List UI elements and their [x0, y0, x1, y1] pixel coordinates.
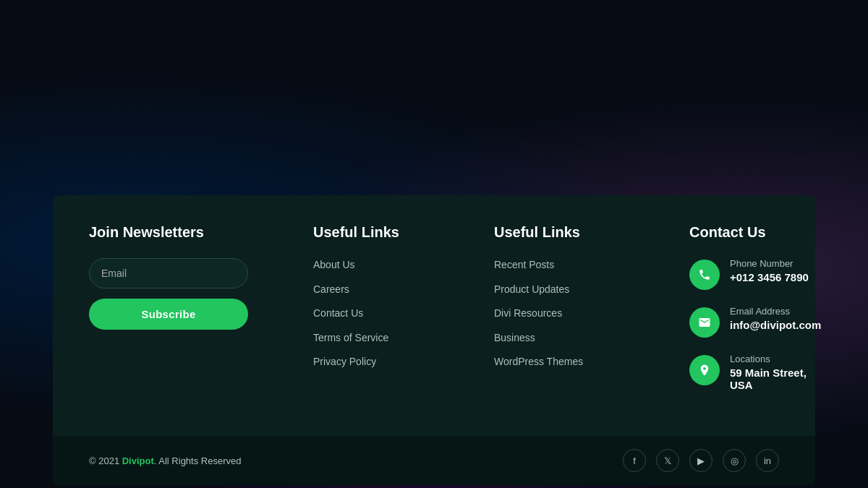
- useful-links-title-2: Useful Links: [494, 224, 610, 241]
- list-item: Recent Posts: [494, 258, 610, 273]
- twitter-icon[interactable]: 𝕏: [656, 449, 679, 472]
- contact-location-item: Locations 59 Main Street, USA: [689, 354, 821, 391]
- footer-wrapper: Join Newsletters Subscribe Useful Links …: [53, 195, 815, 474]
- careers-link[interactable]: Careers: [313, 283, 349, 295]
- location-value: 59 Main Street, USA: [730, 367, 821, 391]
- contact-us-link[interactable]: Contact Us: [313, 307, 363, 319]
- spacer3: [624, 224, 660, 407]
- email-label: Email Address: [730, 306, 821, 317]
- links-list-1: About Us Careers Contact Us Terms of Ser…: [313, 258, 429, 369]
- location-icon-circle: [689, 355, 720, 385]
- contact-phone-item: Phone Number +012 3456 7890: [689, 258, 821, 290]
- list-item: Divi Resources: [494, 307, 610, 321]
- email-icon: [698, 316, 711, 329]
- subscribe-button[interactable]: Subscribe: [89, 299, 248, 330]
- copyright-suffix: . All Rights Reserved: [154, 455, 242, 466]
- email-icon-circle: [689, 307, 720, 338]
- email-input[interactable]: [89, 258, 248, 288]
- phone-label: Phone Number: [730, 258, 809, 269]
- youtube-icon[interactable]: ▶: [689, 449, 712, 472]
- business-link[interactable]: Business: [494, 332, 535, 343]
- newsletter-title: Join Newsletters: [89, 224, 248, 241]
- newsletter-column: Join Newsletters Subscribe: [89, 224, 248, 407]
- phone-value: +012 3456 7890: [730, 271, 809, 283]
- footer-bar: © 2021 Divipot. All Rights Reserved f 𝕏 …: [53, 436, 815, 485]
- email-input-wrap: [89, 258, 248, 288]
- list-item: Product Updates: [494, 283, 610, 297]
- privacy-link[interactable]: Privacy Policy: [313, 356, 376, 367]
- footer-main: Join Newsletters Subscribe Useful Links …: [53, 195, 815, 436]
- product-updates-link[interactable]: Product Updates: [494, 283, 569, 295]
- divi-resources-link[interactable]: Divi Resources: [494, 307, 562, 319]
- phone-icon-circle: [689, 260, 720, 290]
- list-item: Business: [494, 331, 610, 346]
- links-list-2: Recent Posts Product Updates Divi Resour…: [494, 258, 610, 369]
- location-label: Locations: [730, 354, 821, 364]
- spacer1: [263, 224, 299, 407]
- spacer2: [443, 224, 480, 407]
- copyright-text: © 2021 Divipot. All Rights Reserved: [89, 455, 241, 466]
- about-us-link[interactable]: About Us: [313, 259, 355, 270]
- brand-link[interactable]: Divipot: [122, 455, 154, 466]
- list-item: Privacy Policy: [313, 355, 429, 369]
- email-value: info@divipot.com: [730, 319, 821, 331]
- phone-icon: [698, 268, 711, 281]
- list-item: Contact Us: [313, 307, 429, 321]
- contact-email-item: Email Address info@divipot.com: [689, 306, 821, 338]
- phone-text: Phone Number +012 3456 7890: [730, 258, 809, 283]
- wordpress-themes-link[interactable]: WordPress Themes: [494, 356, 583, 367]
- terms-link[interactable]: Terms of Service: [313, 332, 388, 343]
- list-item: Careers: [313, 283, 429, 297]
- contact-title: Contact Us: [689, 224, 821, 241]
- recent-posts-link[interactable]: Recent Posts: [494, 259, 554, 270]
- list-item: Terms of Service: [313, 331, 429, 346]
- social-icons: f 𝕏 ▶ ◎ in: [623, 449, 779, 472]
- contact-column: Contact Us Phone Number +012 3456 7890: [675, 224, 821, 407]
- location-icon: [698, 364, 711, 377]
- email-text: Email Address info@divipot.com: [730, 306, 821, 331]
- linkedin-icon[interactable]: in: [756, 449, 779, 472]
- list-item: WordPress Themes: [494, 355, 610, 369]
- copyright-prefix: © 2021: [89, 455, 122, 466]
- useful-links-title-1: Useful Links: [313, 224, 429, 241]
- dribbble-icon[interactable]: ◎: [723, 449, 746, 472]
- location-text: Locations 59 Main Street, USA: [730, 354, 821, 391]
- list-item: About Us: [313, 258, 429, 273]
- useful-links-col1: Useful Links About Us Careers Contact Us…: [313, 224, 429, 407]
- facebook-icon[interactable]: f: [623, 449, 646, 472]
- useful-links-col2: Useful Links Recent Posts Product Update…: [494, 224, 610, 407]
